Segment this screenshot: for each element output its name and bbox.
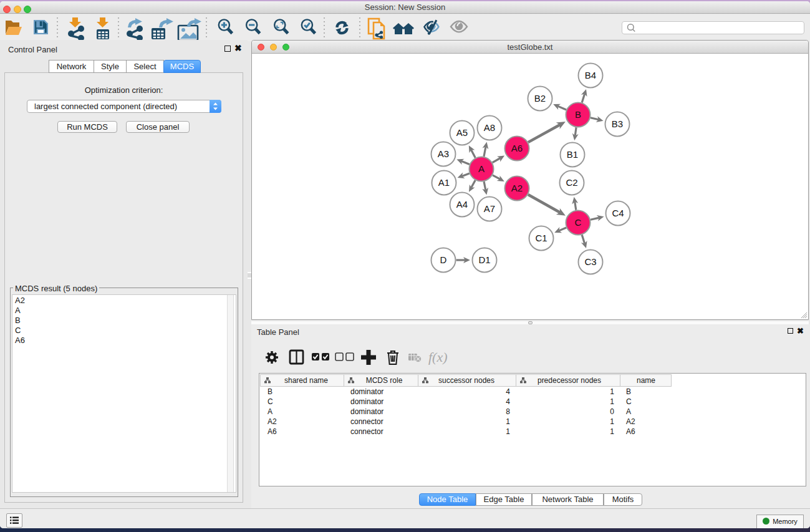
- svg-text:A: A: [478, 163, 485, 174]
- svg-text:B3: B3: [612, 118, 623, 129]
- svg-text:B: B: [575, 109, 581, 120]
- svg-text:A6: A6: [511, 143, 523, 153]
- svg-text:4: 4: [506, 397, 510, 406]
- svg-text:1: 1: [610, 417, 614, 426]
- svg-text:A7: A7: [484, 203, 495, 214]
- svg-text:successor nodes: successor nodes: [438, 376, 494, 385]
- svg-text:A5: A5: [456, 127, 468, 138]
- svg-text:dominator: dominator: [350, 397, 383, 406]
- svg-text:shared name: shared name: [284, 376, 328, 385]
- svg-text:connector: connector: [350, 427, 383, 436]
- svg-text:B4: B4: [585, 70, 596, 80]
- svg-text:A8: A8: [484, 122, 495, 133]
- svg-text:1: 1: [610, 387, 614, 396]
- svg-text:A6: A6: [268, 427, 277, 436]
- svg-text:C3: C3: [584, 256, 596, 267]
- svg-text:1: 1: [506, 417, 510, 426]
- svg-text:8: 8: [506, 407, 510, 416]
- svg-text:C: C: [626, 397, 632, 406]
- svg-text:A4: A4: [456, 199, 468, 210]
- svg-text:1: 1: [610, 427, 614, 436]
- svg-text:dominator: dominator: [350, 387, 383, 396]
- svg-text:A3: A3: [438, 148, 449, 159]
- svg-text:C: C: [268, 397, 273, 406]
- svg-text:1: 1: [506, 427, 510, 436]
- svg-text:B: B: [268, 387, 272, 396]
- svg-text:A6: A6: [626, 427, 635, 436]
- svg-text:A: A: [268, 407, 272, 416]
- svg-text:B2: B2: [534, 93, 546, 104]
- svg-text:A2: A2: [268, 417, 277, 426]
- svg-text:A: A: [626, 407, 631, 416]
- svg-text:4: 4: [506, 387, 510, 396]
- svg-text:connector: connector: [350, 417, 383, 426]
- svg-text:MCDS role: MCDS role: [366, 376, 403, 385]
- svg-text:B1: B1: [567, 149, 578, 160]
- svg-text:C: C: [575, 217, 582, 228]
- svg-text:A1: A1: [438, 177, 450, 188]
- svg-text:A2: A2: [626, 417, 635, 426]
- svg-text:D: D: [440, 254, 447, 265]
- svg-text:C4: C4: [612, 208, 624, 218]
- svg-text:1: 1: [610, 397, 614, 406]
- svg-text:f(x): f(x): [428, 349, 448, 365]
- svg-text:predecessor nodes: predecessor nodes: [538, 376, 601, 385]
- svg-text:A2: A2: [511, 183, 523, 193]
- svg-text:B: B: [626, 387, 631, 396]
- svg-text:C2: C2: [566, 177, 577, 188]
- svg-text:dominator: dominator: [350, 407, 383, 416]
- svg-text:D1: D1: [478, 254, 490, 265]
- svg-text:0: 0: [610, 407, 614, 416]
- svg-text:name: name: [637, 376, 655, 385]
- svg-text:C1: C1: [535, 233, 547, 243]
